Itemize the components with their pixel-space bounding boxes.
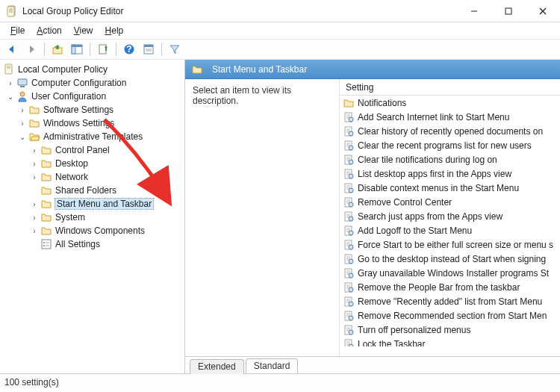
policy-root-icon (3, 63, 15, 75)
tree-software-settings[interactable]: › Software Settings (3, 103, 184, 116)
chevron-right-icon[interactable]: › (30, 172, 39, 181)
chevron-down-icon[interactable]: ⌄ (18, 132, 27, 141)
menu-file[interactable]: File (4, 24, 31, 37)
chevron-right-icon[interactable]: › (18, 119, 27, 128)
svg-rect-21 (5, 64, 12, 74)
tree-pane: Local Computer Policy › Computer Configu… (0, 60, 185, 373)
list-item[interactable]: Add Search Internet link to Start Menu (340, 110, 560, 124)
tree-windows-settings[interactable]: › Windows Settings (3, 116, 184, 130)
list-item[interactable]: Add Logoff to the Start Menu (340, 223, 560, 237)
chevron-right-icon[interactable]: › (30, 146, 39, 155)
tree-windows-components[interactable]: ›Windows Components (3, 224, 184, 237)
content-title: Start Menu and Taskbar (212, 64, 307, 75)
back-button[interactable] (3, 41, 21, 57)
svg-point-66 (349, 202, 353, 207)
svg-point-56 (349, 174, 353, 178)
column-header-setting[interactable]: Setting (340, 79, 560, 96)
menu-action[interactable]: Action (31, 24, 67, 37)
chevron-right-icon[interactable]: › (30, 226, 39, 235)
tree-user-configuration[interactable]: ⌄ User Configuration (3, 90, 184, 103)
list-item[interactable]: Gray unavailable Windows Installer progr… (340, 266, 560, 280)
list-item[interactable]: Turn off personalized menus (340, 323, 560, 337)
list-item[interactable]: Clear tile notifications during log on (340, 152, 560, 167)
status-text: 100 setting(s) (4, 377, 59, 388)
chevron-right-icon[interactable]: › (18, 105, 27, 114)
list-item[interactable]: Remove Control Center (340, 195, 560, 209)
close-button[interactable] (526, 0, 560, 22)
svg-point-46 (349, 146, 353, 150)
tree-label: Windows Components (55, 225, 145, 236)
policy-setting-icon (343, 267, 355, 279)
tab-standard[interactable]: Standard (246, 358, 299, 373)
list-item-label: Remove Recommended section from Start Me… (358, 311, 547, 321)
list-item-label: Disable context menus in the Start Menu (358, 183, 519, 193)
list-item[interactable]: Force Start to be either full screen siz… (340, 237, 560, 252)
maximize-button[interactable] (491, 0, 526, 22)
list-item[interactable]: Remove Recommended section from Start Me… (340, 308, 560, 323)
policy-setting-icon (343, 253, 355, 265)
chevron-right-icon[interactable]: › (30, 199, 39, 208)
list-item-label: Turn off personalized menus (358, 325, 470, 335)
tree-start-menu-and-taskbar[interactable]: ›Start Menu and Taskbar (3, 197, 184, 211)
chevron-down-icon[interactable]: ⌄ (6, 92, 15, 101)
help-button[interactable]: ? (120, 41, 138, 57)
chevron-right-icon[interactable]: › (30, 159, 39, 168)
tree-control-panel[interactable]: ›Control Panel (3, 143, 184, 157)
tree-system[interactable]: ›System (3, 211, 184, 224)
policy-setting-icon (343, 296, 355, 308)
view-tabs: Extended Standard (185, 357, 560, 373)
policy-setting-icon (343, 239, 355, 251)
list-item[interactable]: Remove the People Bar from the taskbar (340, 280, 560, 294)
svg-rect-13 (99, 45, 106, 54)
app-icon (6, 5, 18, 17)
tab-extended[interactable]: Extended (190, 359, 244, 374)
folder-icon (40, 211, 52, 223)
statusbar: 100 setting(s) (0, 373, 560, 390)
list-item[interactable]: Remove "Recently added" list from Start … (340, 294, 560, 308)
up-button[interactable] (49, 41, 66, 57)
filter-button[interactable] (166, 41, 184, 57)
show-hide-tree-button[interactable] (68, 41, 86, 57)
policy-setting-icon (343, 281, 355, 293)
svg-point-61 (349, 188, 353, 193)
svg-point-29 (43, 245, 45, 246)
tree-administrative-templates[interactable]: ⌄ Administrative Templates (3, 130, 184, 143)
svg-rect-27 (42, 240, 51, 249)
folder-icon (40, 225, 52, 237)
tree-shared-folders[interactable]: ›Shared Folders (3, 184, 184, 197)
tree-desktop[interactable]: ›Desktop (3, 157, 184, 170)
computer-icon (16, 77, 28, 89)
list-item[interactable]: Disable context menus in the Start Menu (340, 181, 560, 195)
svg-point-81 (349, 245, 353, 249)
tree-computer-configuration[interactable]: › Computer Configuration (3, 76, 184, 90)
chevron-right-icon[interactable]: › (30, 213, 39, 222)
list-item-label: Force Start to be either full screen siz… (358, 240, 553, 250)
list-item[interactable]: Clear history of recently opened documen… (340, 124, 560, 138)
menu-help[interactable]: Help (99, 24, 130, 37)
list-item[interactable]: Notifications (340, 96, 560, 110)
list-item[interactable]: Clear the recent programs list for new u… (340, 138, 560, 152)
chevron-right-icon[interactable]: › (6, 78, 15, 87)
svg-point-26 (20, 92, 25, 96)
folder-icon (40, 144, 52, 156)
minimize-button[interactable] (457, 0, 491, 22)
folder-icon (40, 171, 52, 183)
list-item[interactable]: Lock the Taskbar (340, 337, 560, 346)
tree-label: Start Menu and Taskbar (55, 199, 153, 209)
list-item[interactable]: List desktop apps first in the Apps view (340, 167, 560, 181)
svg-point-41 (349, 131, 353, 136)
tree-network[interactable]: ›Network (3, 170, 184, 184)
properties-button[interactable] (140, 41, 158, 57)
list-item[interactable]: Go to the desktop instead of Start when … (340, 252, 560, 266)
list-item-label: Clear the recent programs list for new u… (358, 140, 532, 151)
list-item[interactable]: Search just apps from the Apps view (340, 209, 560, 223)
export-list-button[interactable] (94, 41, 112, 57)
policy-setting-icon (343, 111, 355, 123)
menu-view[interactable]: View (68, 24, 99, 37)
forward-button[interactable] (22, 41, 40, 57)
folder-icon (191, 63, 203, 75)
policy-setting-icon (343, 225, 355, 237)
tree-all-settings[interactable]: ›All Settings (3, 237, 184, 251)
tree-label: Control Panel (55, 145, 110, 155)
tree-root-local-computer-policy[interactable]: Local Computer Policy (3, 63, 184, 76)
